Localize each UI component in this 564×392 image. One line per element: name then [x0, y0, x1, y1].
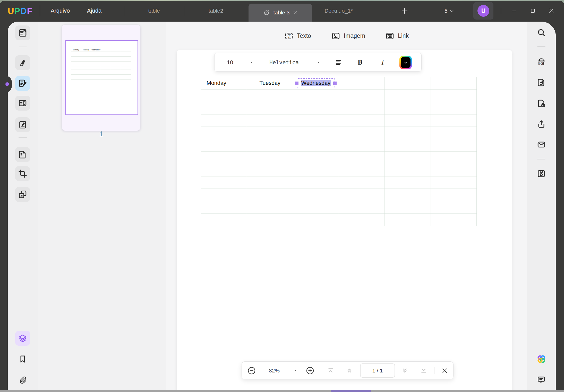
attachments-panel-button[interactable] [15, 372, 30, 387]
table-cell[interactable] [201, 139, 247, 152]
table-cell[interactable] [247, 164, 293, 176]
table-cell[interactable] [339, 127, 384, 139]
pdf-page[interactable]: MondayTuesdayWednesday [177, 50, 512, 392]
eraser-button[interactable] [15, 187, 30, 202]
table-header-cell[interactable] [431, 77, 476, 90]
minimize-button[interactable] [508, 0, 520, 22]
table-cell[interactable] [293, 201, 339, 213]
table-cell[interactable] [339, 189, 384, 201]
table-cell[interactable] [385, 164, 431, 176]
table-cell[interactable] [385, 176, 431, 189]
table-cell[interactable] [293, 139, 339, 152]
menu-arquivo[interactable]: Arquivo [48, 0, 73, 22]
table-cell[interactable] [431, 213, 476, 226]
table-cell[interactable] [339, 102, 384, 114]
sign-button[interactable] [15, 117, 30, 132]
ocr-button[interactable]: OCR [534, 55, 549, 69]
table-cell[interactable] [431, 201, 476, 213]
align-button[interactable] [330, 53, 345, 72]
table-cell[interactable] [247, 102, 293, 114]
table-cell[interactable] [385, 127, 431, 139]
table-cell[interactable] [247, 114, 293, 127]
table-cell[interactable] [339, 90, 384, 102]
table-header-cell[interactable]: Wednesday [293, 77, 339, 90]
font-size-dropdown[interactable] [247, 53, 255, 72]
selected-cell-box[interactable]: Wednesday [297, 78, 335, 88]
table-cell[interactable] [431, 189, 476, 201]
table-cell[interactable] [293, 90, 339, 102]
table-header-cell[interactable] [385, 77, 431, 90]
table-cell[interactable] [201, 213, 247, 226]
font-color-picker[interactable] [399, 53, 412, 72]
table-cell[interactable] [201, 201, 247, 213]
table-cell[interactable] [247, 139, 293, 152]
edit-pdf-button[interactable] [15, 76, 30, 91]
image-tool-button[interactable]: Imagem [331, 31, 365, 41]
link-tool-button[interactable]: Link [385, 31, 409, 41]
table-cell[interactable] [201, 90, 247, 102]
ai-assistant-button[interactable] [534, 352, 549, 367]
table-header-cell[interactable]: Tuesday [247, 77, 293, 90]
protect-button[interactable] [534, 96, 549, 111]
table-cell[interactable] [385, 152, 431, 164]
table-cell[interactable] [201, 114, 247, 127]
thumbnails-panel-button[interactable] [15, 331, 30, 346]
table-cell[interactable] [293, 127, 339, 139]
save-button[interactable] [534, 166, 549, 181]
maximize-button[interactable] [527, 0, 539, 22]
next-page-button[interactable] [399, 362, 411, 379]
table-cell[interactable] [431, 127, 476, 139]
last-page-button[interactable] [418, 362, 430, 379]
table-cell[interactable] [385, 189, 431, 201]
page-indicator[interactable]: 1 / 1 [360, 363, 395, 378]
font-size-value[interactable]: 10 [220, 53, 240, 72]
selection-handle-left[interactable] [295, 82, 298, 85]
table-cell[interactable] [247, 189, 293, 201]
close-bar-button[interactable] [439, 362, 451, 379]
tab-table3-active[interactable]: table 3 [249, 4, 312, 22]
bold-button[interactable]: B [352, 53, 368, 72]
organize-pages-button[interactable] [15, 147, 30, 162]
table-cell[interactable] [201, 164, 247, 176]
table-cell[interactable] [293, 176, 339, 189]
table-cell[interactable] [247, 213, 293, 226]
zoom-in-button[interactable] [304, 362, 316, 379]
table-cell[interactable] [385, 90, 431, 102]
table-cell[interactable] [339, 201, 384, 213]
close-window-button[interactable] [545, 0, 557, 22]
first-page-button[interactable] [325, 362, 337, 379]
table-cell[interactable] [201, 127, 247, 139]
email-button[interactable] [534, 137, 549, 152]
table-cell[interactable] [201, 176, 247, 189]
table-cell[interactable] [385, 201, 431, 213]
table-cell[interactable] [293, 102, 339, 114]
table-cell[interactable] [385, 213, 431, 226]
table-cell[interactable] [293, 213, 339, 226]
selection-handle-right[interactable] [333, 82, 337, 85]
feedback-button[interactable] [534, 372, 549, 387]
table-cell[interactable] [431, 114, 476, 127]
tab-close-icon[interactable] [293, 10, 297, 15]
table-header-cell[interactable]: Monday [201, 77, 247, 90]
table-cell[interactable] [339, 176, 384, 189]
font-family-dropdown[interactable] [314, 53, 322, 72]
table-cell[interactable] [339, 164, 384, 176]
page-thumbnail[interactable]: MondayTuesdayWednesday [62, 25, 140, 131]
reader-mode-button[interactable] [15, 25, 30, 40]
bookmarks-panel-button[interactable] [15, 352, 30, 367]
table-cell[interactable] [247, 176, 293, 189]
table-cell[interactable] [293, 152, 339, 164]
table-cell[interactable] [339, 152, 384, 164]
table-cell[interactable] [339, 114, 384, 127]
convert-button[interactable] [534, 75, 549, 90]
menu-ajuda[interactable]: Ajuda [83, 0, 106, 22]
table-cell[interactable] [247, 152, 293, 164]
italic-button[interactable]: I [375, 53, 390, 72]
tab-count-dropdown[interactable]: 5 [445, 0, 454, 22]
table-cell[interactable] [293, 189, 339, 201]
table-cell[interactable] [431, 102, 476, 114]
zoom-dropdown[interactable] [291, 362, 300, 379]
table-cell[interactable] [431, 176, 476, 189]
table-cell[interactable] [247, 90, 293, 102]
forms-button[interactable] [15, 96, 30, 111]
